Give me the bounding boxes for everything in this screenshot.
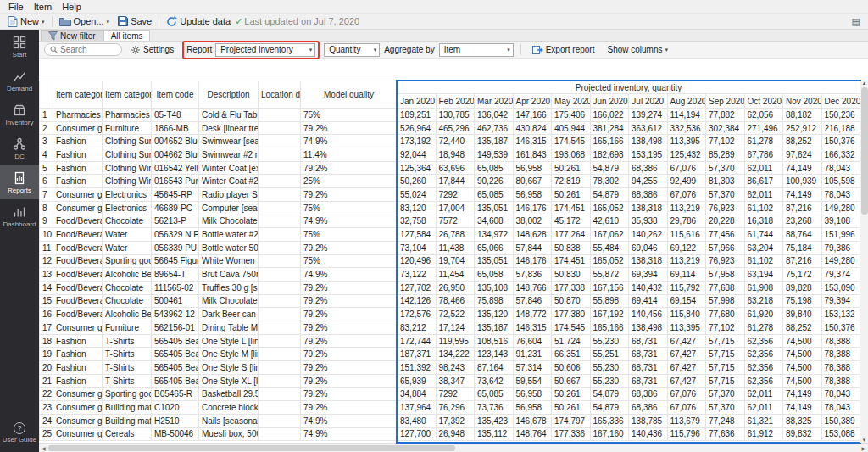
value-cell[interactable]: 61,102 <box>744 201 783 215</box>
value-cell[interactable]: 167,062 <box>590 228 629 242</box>
value-cell[interactable]: 146,176 <box>513 201 552 215</box>
value-cell[interactable]: 63,218 <box>744 294 783 308</box>
table-row[interactable]: 22Consumer g...Sporting goodsB05465-RBas… <box>40 388 860 401</box>
table-row[interactable]: 24Consumer g...Building mater...H2510Nai… <box>40 414 860 427</box>
value-cell[interactable]: 113,219 <box>667 254 706 268</box>
value-cell[interactable]: 83,212 <box>398 321 437 335</box>
value-cell[interactable]: 54,879 <box>590 161 629 175</box>
table-row[interactable]: 15Food/Bevera...Chocolate500461Milk Choc… <box>40 294 860 308</box>
model-quality-cell[interactable]: 79.2% <box>301 121 398 135</box>
description-cell[interactable]: Winter Coat [excessi... <box>199 161 259 175</box>
item-code-link[interactable]: 05-T48 <box>152 109 199 122</box>
value-cell[interactable]: 137,964 <box>398 401 437 415</box>
column-header-item-category[interactable]: Item category <box>53 81 103 109</box>
value-cell[interactable]: 88,325 <box>783 414 822 427</box>
value-cell[interactable]: 73,122 <box>398 268 437 282</box>
item-category2-cell[interactable]: Building mater... <box>103 414 152 427</box>
value-cell[interactable]: 89,840 <box>783 308 822 321</box>
value-cell[interactable]: 149,280 <box>821 254 860 268</box>
value-cell[interactable]: 462,736 <box>475 121 514 135</box>
item-code-link[interactable]: 565405 Bea... <box>152 361 199 375</box>
value-cell[interactable]: 65,085 <box>475 161 514 175</box>
model-quality-cell[interactable]: 79.2% <box>301 308 398 321</box>
item-category-cell[interactable]: Food/Bevera... <box>53 254 103 268</box>
value-cell[interactable]: 61,744 <box>744 228 783 242</box>
location-cell[interactable] <box>259 148 301 162</box>
value-cell[interactable]: 252,912 <box>783 121 822 135</box>
value-cell[interactable]: 167,156 <box>590 281 629 294</box>
value-cell[interactable]: 7572 <box>436 215 475 228</box>
value-cell[interactable]: 153,132 <box>821 308 860 321</box>
value-cell[interactable]: 165,052 <box>590 254 629 268</box>
value-cell[interactable]: 75,198 <box>783 294 822 308</box>
value-cell[interactable]: 57,370 <box>706 401 745 415</box>
value-cell[interactable]: 55,024 <box>398 188 437 202</box>
table-row[interactable]: 2Consumer g...Furniture1866-MBDesk [line… <box>40 121 860 135</box>
column-header-item-code[interactable]: Item code <box>152 81 199 109</box>
month-column-header[interactable]: Jul 2020 <box>629 94 668 109</box>
export-report-button[interactable]: Export report <box>528 44 599 56</box>
value-cell[interactable]: 57,314 <box>513 361 552 375</box>
value-cell[interactable]: 78,043 <box>821 188 860 202</box>
value-cell[interactable]: 119,595 <box>436 334 475 348</box>
value-cell[interactable]: 68,731 <box>629 334 668 348</box>
value-cell[interactable]: 61,321 <box>744 414 783 427</box>
table-row[interactable]: 11Food/Bevera...Water056339 PU ...Bottle… <box>40 241 860 254</box>
value-cell[interactable]: 134,972 <box>475 228 514 242</box>
value-cell[interactable]: 73,736 <box>475 401 514 415</box>
value-cell[interactable]: 16,318 <box>744 215 783 228</box>
location-cell[interactable] <box>259 294 301 308</box>
value-cell[interactable]: 87,216 <box>783 254 822 268</box>
value-cell[interactable]: 127,584 <box>398 228 437 242</box>
value-cell[interactable]: 79,394 <box>821 294 860 308</box>
menu-item[interactable]: Item <box>29 2 57 12</box>
table-row[interactable]: 9Food/Bevera...Chocolate56213-PMilk Choc… <box>40 215 860 228</box>
value-cell[interactable]: 80,667 <box>513 175 552 188</box>
value-cell[interactable]: 23,268 <box>783 215 822 228</box>
aggregate-select[interactable]: Item ▾ <box>439 43 514 57</box>
value-cell[interactable]: 135,112 <box>475 427 514 441</box>
value-cell[interactable]: 67,427 <box>667 361 706 375</box>
value-cell[interactable]: 77,102 <box>706 135 745 148</box>
sidebar-item-user-guide[interactable]: ? User Guide <box>0 416 39 452</box>
table-row[interactable]: 7Consumer g...Electronics45645-RPRadio p… <box>40 188 860 202</box>
item-category2-cell[interactable]: T-Shirts <box>103 374 152 388</box>
value-cell[interactable]: 177,338 <box>552 281 591 294</box>
item-category-cell[interactable]: Food/Bevera... <box>53 268 103 282</box>
value-cell[interactable]: 68,386 <box>629 401 668 415</box>
value-cell[interactable]: 62,056 <box>744 109 783 122</box>
report-select[interactable]: Projected inventory ▾ <box>215 43 315 57</box>
value-cell[interactable]: 139,274 <box>629 109 668 122</box>
value-cell[interactable]: 54,879 <box>590 388 629 401</box>
value-cell[interactable]: 146,315 <box>513 135 552 148</box>
value-cell[interactable]: 68,731 <box>629 348 668 361</box>
item-category2-cell[interactable]: Clothing Sum... <box>103 135 152 148</box>
value-cell[interactable]: 130,785 <box>436 109 475 122</box>
value-cell[interactable]: 92,499 <box>667 175 706 188</box>
value-cell[interactable]: 271,496 <box>744 121 783 135</box>
value-cell[interactable]: 150,376 <box>821 135 860 148</box>
table-row[interactable]: 10Food/Bevera...Water056329 N PWBottle w… <box>40 228 860 242</box>
value-cell[interactable]: 55,230 <box>590 334 629 348</box>
value-cell[interactable]: 148,766 <box>513 281 552 294</box>
value-cell[interactable]: 17,844 <box>436 175 475 188</box>
table-row[interactable]: 19FashionT-Shirts565405 Bea...One Style … <box>40 348 860 361</box>
value-cell[interactable]: 26,788 <box>436 228 475 242</box>
value-cell[interactable]: 56,958 <box>513 161 552 175</box>
value-cell[interactable]: 63,204 <box>744 241 783 254</box>
search-input[interactable] <box>60 45 116 54</box>
table-row[interactable]: 23Consumer g...Building mater...C1020Con… <box>40 401 860 415</box>
value-cell[interactable]: 175,406 <box>552 109 591 122</box>
table-row[interactable]: 21FashionT-Shirts565405 Bea...One Style … <box>40 374 860 388</box>
month-column-header[interactable]: Sep 2020 <box>706 94 745 109</box>
value-cell[interactable]: 18,948 <box>436 148 475 162</box>
item-code-link[interactable]: 89654-T <box>152 268 199 282</box>
item-code-link[interactable]: 565405 Bea... <box>152 334 199 348</box>
value-cell[interactable]: 151,996 <box>821 228 860 242</box>
value-cell[interactable]: 65,066 <box>475 241 514 254</box>
table-row[interactable]: 13Food/Bevera...Alcoholic Beve...89654-T… <box>40 268 860 282</box>
table-row[interactable]: 3FashionClothing Sum...004652 BlueSwimwe… <box>40 135 860 148</box>
value-cell[interactable]: 62,356 <box>744 361 783 375</box>
value-cell[interactable]: 92,044 <box>398 148 437 162</box>
item-category-cell[interactable]: Fashion <box>53 135 103 148</box>
